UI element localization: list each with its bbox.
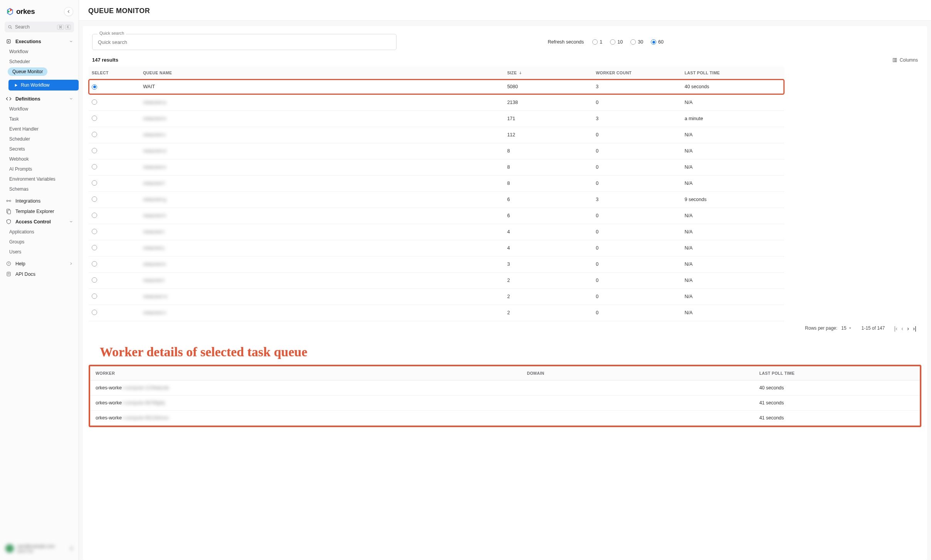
nav-item-scheduler-exec[interactable]: Scheduler	[0, 57, 79, 67]
queue-row[interactable]: redacted-l20N/A	[89, 272, 784, 288]
row-select-radio[interactable]	[92, 261, 97, 267]
nav-item-groups[interactable]: Groups	[0, 237, 79, 247]
worker-domain	[522, 410, 754, 425]
row-select-radio[interactable]	[92, 148, 97, 153]
row-select-radio[interactable]	[92, 116, 97, 121]
main: QUEUE MONITOR Quick search Refresh secon…	[79, 0, 931, 560]
nav-item-workflow-exec[interactable]: Workflow	[0, 47, 79, 57]
queue-row[interactable]: redacted-f80N/A	[89, 175, 784, 191]
row-select-radio[interactable]	[92, 310, 97, 315]
run-workflow-button[interactable]: Run Workflow	[8, 80, 79, 91]
queue-row[interactable]: redacted-k30N/A	[89, 256, 784, 272]
queue-row[interactable]: WAIT5080340 seconds	[89, 79, 784, 95]
nav-item-template-explorer[interactable]: Template Explorer	[0, 206, 79, 216]
th-worker-poll[interactable]: LAST POLL TIME	[754, 366, 920, 381]
queue-size: 171	[504, 111, 593, 127]
queue-row[interactable]: redacted-i40N/A	[89, 224, 784, 240]
queue-worker-count: 0	[593, 94, 681, 111]
row-select-radio[interactable]	[92, 245, 97, 250]
row-select-radio[interactable]	[92, 229, 97, 234]
row-select-radio[interactable]	[92, 293, 97, 299]
worker-row[interactable]: orkes-worker-compute-1234abcde40 seconds	[90, 380, 920, 395]
nav-item-workflow-def[interactable]: Workflow	[0, 104, 79, 114]
queue-row[interactable]: redacted-e80N/A	[89, 159, 784, 175]
th-size[interactable]: SIZE	[504, 67, 593, 79]
row-select-radio[interactable]	[92, 84, 97, 90]
queue-row[interactable]: redacted-j40N/A	[89, 240, 784, 256]
row-select-radio[interactable]	[92, 196, 97, 202]
integrations-icon	[5, 198, 12, 204]
nav-section-executions[interactable]: Executions	[0, 36, 79, 47]
columns-icon	[892, 57, 897, 63]
refresh-option-10[interactable]: 10	[610, 39, 623, 45]
row-select-radio[interactable]	[92, 99, 97, 105]
queue-last-poll: a minute	[681, 111, 784, 127]
th-size-label: SIZE	[507, 70, 517, 75]
page-first-button[interactable]: |‹	[894, 325, 897, 332]
user-footer[interactable]: user@example.comadmin role	[0, 539, 79, 560]
queue-worker-count: 0	[593, 143, 681, 159]
refresh-option-30[interactable]: 30	[630, 39, 643, 45]
queue-last-poll: N/A	[681, 272, 784, 288]
nav-item-task[interactable]: Task	[0, 114, 79, 124]
quick-search-input[interactable]	[92, 34, 397, 50]
nav-section-definitions[interactable]: Definitions	[0, 94, 79, 104]
queue-row[interactable]: redacted-m20N/A	[89, 288, 784, 305]
nav-item-api-docs[interactable]: API Docs	[0, 269, 79, 279]
queue-row[interactable]: redacted-g639 seconds	[89, 191, 784, 208]
queue-row[interactable]: redacted-a21380N/A	[89, 94, 784, 111]
nav-item-event-handler[interactable]: Event Handler	[0, 124, 79, 134]
th-last-poll[interactable]: LAST POLL TIME	[681, 67, 784, 79]
rows-per-page-label: Rows per page:	[805, 325, 837, 331]
th-queue-name[interactable]: QUEUE NAME	[140, 67, 504, 79]
page-prev-button[interactable]: ‹	[901, 325, 903, 332]
row-select-radio[interactable]	[92, 132, 97, 137]
page-last-button[interactable]: ›|	[913, 325, 916, 332]
th-worker[interactable]: WORKER	[90, 366, 522, 381]
queue-size: 6	[504, 208, 593, 224]
nav-item-env-vars[interactable]: Environment Variables	[0, 174, 79, 184]
queue-row[interactable]: redacted-b1713a minute	[89, 111, 784, 127]
logout-icon[interactable]	[68, 546, 73, 551]
th-domain[interactable]: DOMAIN	[522, 366, 754, 381]
radio-icon	[651, 39, 656, 45]
worker-row[interactable]: orkes-worker-compute-9012klmno41 seconds	[90, 410, 920, 425]
radio-label: 30	[638, 39, 643, 45]
queue-row[interactable]: redacted-n20N/A	[89, 305, 784, 321]
nav-item-integrations[interactable]: Integrations	[0, 196, 79, 206]
logo-text: orkes	[16, 7, 35, 16]
nav-item-webhook[interactable]: Webhook	[0, 154, 79, 164]
queue-row[interactable]: redacted-d80N/A	[89, 143, 784, 159]
page-next-button[interactable]: ›	[907, 325, 909, 332]
queue-row[interactable]: redacted-c1120N/A	[89, 127, 784, 143]
nav-item-schemas[interactable]: Schemas	[0, 184, 79, 194]
nav-item-queue-monitor[interactable]: Queue Monitor	[8, 67, 47, 76]
refresh-option-60[interactable]: 60	[651, 39, 664, 45]
worker-row[interactable]: orkes-worker-compute-5678fghij41 seconds	[90, 395, 920, 410]
search-icon	[8, 25, 13, 30]
th-worker-count[interactable]: WORKER COUNT	[593, 67, 681, 79]
row-select-radio[interactable]	[92, 213, 97, 218]
sidebar-search-input[interactable]	[15, 24, 38, 30]
nav-item-scheduler-def[interactable]: Scheduler	[0, 134, 79, 144]
rows-per-page-select[interactable]: 15	[841, 325, 852, 331]
queue-name: redacted-g	[143, 197, 166, 202]
columns-button[interactable]: Columns	[892, 57, 918, 63]
nav-item-secrets[interactable]: Secrets	[0, 144, 79, 154]
sidebar-search[interactable]: ⌘K	[5, 22, 74, 32]
row-select-radio[interactable]	[92, 164, 97, 169]
nav-section-access[interactable]: Access Control	[0, 216, 79, 227]
row-select-radio[interactable]	[92, 180, 97, 186]
nav-item-ai-prompts[interactable]: AI Prompts	[0, 164, 79, 174]
queue-last-poll: N/A	[681, 288, 784, 305]
nav-item-help[interactable]: ? Help	[0, 258, 79, 269]
row-select-radio[interactable]	[92, 277, 97, 283]
sidebar-collapse-button[interactable]	[64, 7, 73, 16]
nav-item-applications[interactable]: Applications	[0, 227, 79, 237]
nav-item-users[interactable]: Users	[0, 247, 79, 257]
queue-worker-count: 3	[593, 191, 681, 208]
queue-row[interactable]: redacted-h60N/A	[89, 208, 784, 224]
quick-search-field[interactable]: Quick search	[92, 34, 397, 50]
refresh-option-1[interactable]: 1	[592, 39, 602, 45]
th-select[interactable]: SELECT	[89, 67, 140, 79]
